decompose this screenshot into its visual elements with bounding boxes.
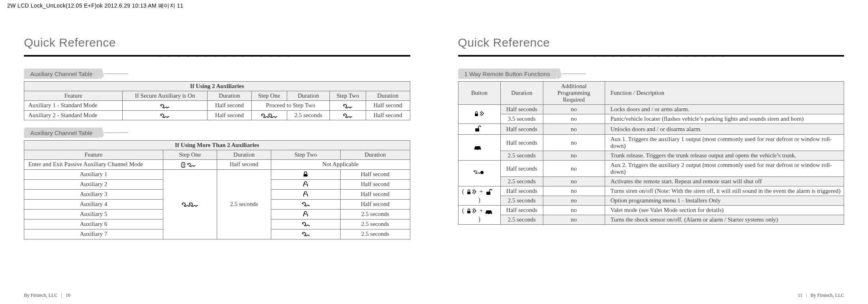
key-single-icon [302, 231, 310, 236]
table-title: If Using More Than 2 Auxiliaries [24, 141, 410, 150]
cell-apr: no [543, 196, 605, 206]
cell-button [458, 135, 501, 161]
col-func: Function / Description [605, 82, 844, 105]
cell-dur2: 2.5 seconds [341, 219, 410, 229]
cell-secure-icon [123, 101, 208, 111]
cell-feature: Auxiliary 1 - Standard Mode [24, 101, 123, 111]
key-single-icon [160, 103, 170, 109]
cell-dur3: Half second [366, 110, 410, 120]
cell-apr: no [543, 135, 605, 151]
cell-button [458, 161, 501, 186]
key-single-icon [302, 201, 310, 206]
cell-step2-icon [271, 179, 340, 189]
cell-duration: Half seconds [501, 206, 543, 215]
cell-secure-icon [123, 110, 208, 120]
button-combo: ( + ) [462, 188, 496, 203]
col-dur2: Duration [287, 91, 330, 101]
cell-desc: Panic/vehicle locater (flashes vehicle’s… [605, 114, 844, 124]
col-dur1: Duration [217, 150, 271, 160]
cell-desc: Activates the remote start. Repeat and r… [605, 177, 844, 186]
table-row: Half secondsnoAux 2. Triggers the auxili… [458, 161, 844, 177]
cell-duration: Half seconds [501, 105, 543, 114]
cell-desc: Aux 1. Triggers the auxiliary 1 output (… [605, 135, 844, 151]
cell-step1-span: Proceed to Step Two [251, 101, 330, 111]
lock-open-icon [302, 191, 310, 196]
cell-dur2: 2.5 seconds [341, 209, 410, 219]
page-title: Quick Reference [24, 36, 410, 49]
page-title: Quick Reference [458, 36, 844, 49]
cell-feature: Auxiliary 2 - Standard Mode [24, 110, 123, 120]
unlock-icon [484, 188, 496, 196]
cell-dur2: Half second [341, 169, 410, 179]
cell-duration: Half seconds [501, 124, 543, 135]
col-step1: Step One [251, 91, 287, 101]
table-row: 2.5 secondsnoTurns the shock sensor on/o… [458, 215, 844, 225]
cell-button [458, 105, 501, 124]
table-row: Half secondsnoAux 1. Triggers the auxili… [458, 135, 844, 151]
table-row: ( + )Half secondsnoValet mode (see Valet… [458, 206, 844, 215]
cell-feature: Auxiliary 3 [24, 189, 163, 199]
section-tab-label: Auxiliary Channel Table [24, 127, 99, 138]
col-apr: Additional Programming Required [543, 82, 605, 105]
table-row: Auxiliary 1 2.5 seconds Half second [24, 169, 410, 179]
cell-desc: Turns siren on/off (Note: With the siren… [605, 186, 844, 196]
col-dur2: Duration [341, 150, 410, 160]
cell-apr: no [543, 215, 605, 225]
car-icon [473, 143, 485, 151]
col-button: Button [458, 82, 501, 105]
table-row: 3.5 secondsnoPanic/vehicle locater (flas… [458, 114, 844, 124]
cell-step2-icon [271, 169, 340, 179]
col-feature: Feature [24, 91, 123, 101]
cell-apr: no [543, 105, 605, 114]
cell-button: ( + ) [458, 186, 501, 206]
section-tab: Auxiliary Channel Table [24, 127, 410, 138]
crop-filename: 2W LCD Lock_UnLock(12.05 E+F)ok 2012.6.2… [7, 2, 183, 10]
cell-apr: no [543, 177, 605, 186]
table-row: Enter and Exit Passive Auxiliary Channel… [24, 160, 410, 170]
cell-duration: 2.5 seconds [501, 177, 543, 186]
key-single-icon [343, 103, 353, 109]
col-dur1: Duration [208, 91, 252, 101]
cell-step2-icon [271, 199, 340, 209]
cell-desc: Turns the shock sensor on/off. (Alarm or… [605, 215, 844, 225]
cell-step2-icon [330, 101, 366, 111]
cell-step1-icon [251, 110, 287, 120]
button-combo: ( + ) [462, 207, 496, 222]
cell-duration: 2.5 seconds [501, 196, 543, 206]
section-tab: Auxiliary Channel Table [24, 69, 410, 79]
cell-feature: Auxiliary 5 [24, 209, 163, 219]
table-row: Auxiliary 2 - Standard Mode Half second … [24, 110, 410, 120]
cell-feature: Auxiliary 4 [24, 199, 163, 209]
col-dur3: Duration [366, 91, 410, 101]
table-row: 2.5 secondsnoOption programming menu 1 -… [458, 196, 844, 206]
cell-step2-icon [330, 110, 366, 120]
section-tab: 1 Way Remote Button Functions [458, 69, 844, 79]
cell-desc: Locks doors and / or arms alarm. [605, 105, 844, 114]
cell-feature: Auxiliary 2 [24, 179, 163, 189]
lock-sound-icon [466, 188, 478, 196]
table-row: ( + )Half secondsnoTurns siren on/off (N… [458, 186, 844, 196]
cell-desc: Option programming menu 1 - Installers O… [605, 196, 844, 206]
footer-sep: | [61, 292, 62, 298]
section-tab-label: Auxiliary Channel Table [24, 69, 99, 79]
page-spread: Quick Reference Auxiliary Channel Table … [0, 0, 868, 304]
page-right: Quick Reference 1 Way Remote Button Func… [434, 16, 868, 304]
table-row: Half secondsnoLocks doors and / or arms … [458, 105, 844, 114]
key-double-icon [261, 112, 278, 119]
cell-desc: Valet mode (see Valet Mode section for d… [605, 206, 844, 215]
col-step2: Step Two [330, 91, 366, 101]
title-rule [458, 51, 844, 61]
cell-dur1: Half second [208, 101, 252, 111]
page-footer: 11 | By Firstech, LLC [798, 292, 844, 298]
cell-feature: Auxiliary 7 [24, 229, 163, 239]
cell-duration: Half seconds [501, 186, 543, 196]
cell-step2-icon [271, 209, 340, 219]
cell-step2-icon [271, 189, 340, 199]
cell-duration: 3.5 seconds [501, 114, 543, 124]
cell-button: ( + ) [458, 206, 501, 225]
cell-duration: 2.5 seconds [501, 215, 543, 225]
cell-apr: no [543, 124, 605, 135]
cell-duration: Half seconds [501, 161, 543, 177]
remote-functions-table: Button Duration Additional Programming R… [458, 81, 844, 225]
cell-dur2: Half second [341, 179, 410, 189]
